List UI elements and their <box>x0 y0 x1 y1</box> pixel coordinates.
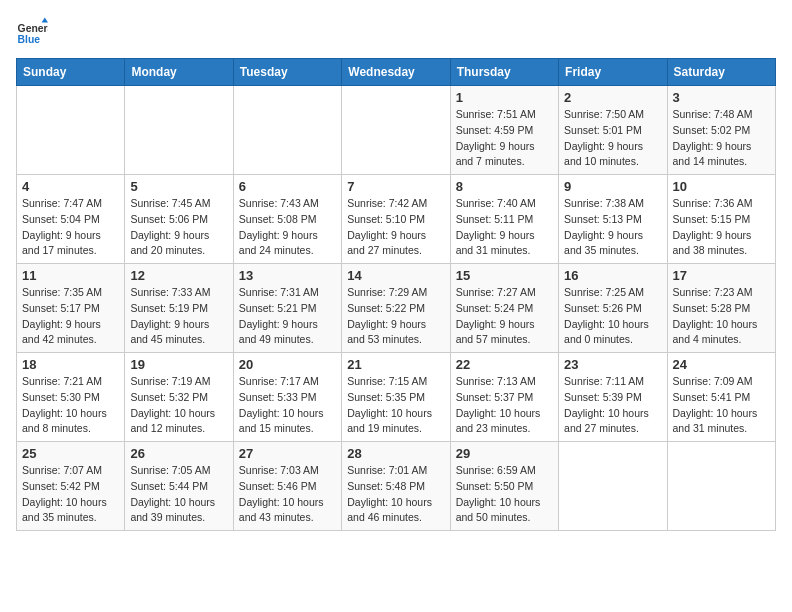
day-info: Sunrise: 7:40 AM Sunset: 5:11 PM Dayligh… <box>456 196 553 259</box>
day-info: Sunrise: 7:51 AM Sunset: 4:59 PM Dayligh… <box>456 107 553 170</box>
day-info: Sunrise: 7:17 AM Sunset: 5:33 PM Dayligh… <box>239 374 336 437</box>
day-number: 1 <box>456 90 553 105</box>
day-info: Sunrise: 7:05 AM Sunset: 5:44 PM Dayligh… <box>130 463 227 526</box>
day-number: 8 <box>456 179 553 194</box>
day-number: 23 <box>564 357 661 372</box>
day-info: Sunrise: 7:48 AM Sunset: 5:02 PM Dayligh… <box>673 107 770 170</box>
calendar-cell: 4Sunrise: 7:47 AM Sunset: 5:04 PM Daylig… <box>17 175 125 264</box>
day-number: 6 <box>239 179 336 194</box>
calendar-cell: 7Sunrise: 7:42 AM Sunset: 5:10 PM Daylig… <box>342 175 450 264</box>
day-number: 27 <box>239 446 336 461</box>
calendar-cell: 21Sunrise: 7:15 AM Sunset: 5:35 PM Dayli… <box>342 353 450 442</box>
calendar-cell: 25Sunrise: 7:07 AM Sunset: 5:42 PM Dayli… <box>17 442 125 531</box>
day-info: Sunrise: 6:59 AM Sunset: 5:50 PM Dayligh… <box>456 463 553 526</box>
day-number: 19 <box>130 357 227 372</box>
calendar-week-row: 4Sunrise: 7:47 AM Sunset: 5:04 PM Daylig… <box>17 175 776 264</box>
calendar-cell: 3Sunrise: 7:48 AM Sunset: 5:02 PM Daylig… <box>667 86 775 175</box>
day-number: 4 <box>22 179 119 194</box>
day-info: Sunrise: 7:21 AM Sunset: 5:30 PM Dayligh… <box>22 374 119 437</box>
day-info: Sunrise: 7:50 AM Sunset: 5:01 PM Dayligh… <box>564 107 661 170</box>
day-number: 25 <box>22 446 119 461</box>
calendar-cell <box>17 86 125 175</box>
logo: General Blue <box>16 16 52 48</box>
calendar-cell <box>342 86 450 175</box>
day-info: Sunrise: 7:31 AM Sunset: 5:21 PM Dayligh… <box>239 285 336 348</box>
weekday-header-wednesday: Wednesday <box>342 59 450 86</box>
calendar-cell: 23Sunrise: 7:11 AM Sunset: 5:39 PM Dayli… <box>559 353 667 442</box>
calendar-cell <box>559 442 667 531</box>
day-number: 16 <box>564 268 661 283</box>
day-info: Sunrise: 7:11 AM Sunset: 5:39 PM Dayligh… <box>564 374 661 437</box>
day-number: 9 <box>564 179 661 194</box>
calendar-cell: 2Sunrise: 7:50 AM Sunset: 5:01 PM Daylig… <box>559 86 667 175</box>
calendar-cell: 12Sunrise: 7:33 AM Sunset: 5:19 PM Dayli… <box>125 264 233 353</box>
calendar-cell: 5Sunrise: 7:45 AM Sunset: 5:06 PM Daylig… <box>125 175 233 264</box>
calendar-cell: 1Sunrise: 7:51 AM Sunset: 4:59 PM Daylig… <box>450 86 558 175</box>
day-info: Sunrise: 7:03 AM Sunset: 5:46 PM Dayligh… <box>239 463 336 526</box>
calendar-week-row: 25Sunrise: 7:07 AM Sunset: 5:42 PM Dayli… <box>17 442 776 531</box>
day-info: Sunrise: 7:27 AM Sunset: 5:24 PM Dayligh… <box>456 285 553 348</box>
day-info: Sunrise: 7:13 AM Sunset: 5:37 PM Dayligh… <box>456 374 553 437</box>
day-info: Sunrise: 7:45 AM Sunset: 5:06 PM Dayligh… <box>130 196 227 259</box>
logo-icon: General Blue <box>16 16 48 48</box>
calendar-cell: 29Sunrise: 6:59 AM Sunset: 5:50 PM Dayli… <box>450 442 558 531</box>
calendar-week-row: 11Sunrise: 7:35 AM Sunset: 5:17 PM Dayli… <box>17 264 776 353</box>
calendar-cell: 27Sunrise: 7:03 AM Sunset: 5:46 PM Dayli… <box>233 442 341 531</box>
weekday-header-saturday: Saturday <box>667 59 775 86</box>
day-number: 14 <box>347 268 444 283</box>
svg-text:Blue: Blue <box>18 34 41 45</box>
calendar-cell: 8Sunrise: 7:40 AM Sunset: 5:11 PM Daylig… <box>450 175 558 264</box>
day-number: 29 <box>456 446 553 461</box>
day-number: 5 <box>130 179 227 194</box>
day-info: Sunrise: 7:15 AM Sunset: 5:35 PM Dayligh… <box>347 374 444 437</box>
day-info: Sunrise: 7:43 AM Sunset: 5:08 PM Dayligh… <box>239 196 336 259</box>
day-info: Sunrise: 7:07 AM Sunset: 5:42 PM Dayligh… <box>22 463 119 526</box>
weekday-header-thursday: Thursday <box>450 59 558 86</box>
weekday-header-row: SundayMondayTuesdayWednesdayThursdayFrid… <box>17 59 776 86</box>
svg-text:General: General <box>18 23 48 34</box>
day-info: Sunrise: 7:33 AM Sunset: 5:19 PM Dayligh… <box>130 285 227 348</box>
day-number: 11 <box>22 268 119 283</box>
day-number: 20 <box>239 357 336 372</box>
weekday-header-monday: Monday <box>125 59 233 86</box>
calendar-cell: 14Sunrise: 7:29 AM Sunset: 5:22 PM Dayli… <box>342 264 450 353</box>
calendar-cell: 15Sunrise: 7:27 AM Sunset: 5:24 PM Dayli… <box>450 264 558 353</box>
calendar-cell: 19Sunrise: 7:19 AM Sunset: 5:32 PM Dayli… <box>125 353 233 442</box>
day-info: Sunrise: 7:36 AM Sunset: 5:15 PM Dayligh… <box>673 196 770 259</box>
day-info: Sunrise: 7:23 AM Sunset: 5:28 PM Dayligh… <box>673 285 770 348</box>
calendar-cell <box>233 86 341 175</box>
day-number: 10 <box>673 179 770 194</box>
day-number: 2 <box>564 90 661 105</box>
calendar-cell <box>667 442 775 531</box>
day-number: 17 <box>673 268 770 283</box>
day-number: 7 <box>347 179 444 194</box>
day-info: Sunrise: 7:35 AM Sunset: 5:17 PM Dayligh… <box>22 285 119 348</box>
calendar-cell: 6Sunrise: 7:43 AM Sunset: 5:08 PM Daylig… <box>233 175 341 264</box>
day-number: 28 <box>347 446 444 461</box>
calendar-week-row: 18Sunrise: 7:21 AM Sunset: 5:30 PM Dayli… <box>17 353 776 442</box>
svg-marker-2 <box>42 18 48 23</box>
day-number: 21 <box>347 357 444 372</box>
day-info: Sunrise: 7:42 AM Sunset: 5:10 PM Dayligh… <box>347 196 444 259</box>
calendar-cell: 28Sunrise: 7:01 AM Sunset: 5:48 PM Dayli… <box>342 442 450 531</box>
day-number: 18 <box>22 357 119 372</box>
weekday-header-tuesday: Tuesday <box>233 59 341 86</box>
day-info: Sunrise: 7:19 AM Sunset: 5:32 PM Dayligh… <box>130 374 227 437</box>
weekday-header-sunday: Sunday <box>17 59 125 86</box>
day-number: 12 <box>130 268 227 283</box>
calendar-cell: 11Sunrise: 7:35 AM Sunset: 5:17 PM Dayli… <box>17 264 125 353</box>
calendar-cell: 17Sunrise: 7:23 AM Sunset: 5:28 PM Dayli… <box>667 264 775 353</box>
calendar-cell: 10Sunrise: 7:36 AM Sunset: 5:15 PM Dayli… <box>667 175 775 264</box>
calendar-cell: 13Sunrise: 7:31 AM Sunset: 5:21 PM Dayli… <box>233 264 341 353</box>
day-info: Sunrise: 7:38 AM Sunset: 5:13 PM Dayligh… <box>564 196 661 259</box>
day-info: Sunrise: 7:01 AM Sunset: 5:48 PM Dayligh… <box>347 463 444 526</box>
calendar-cell: 9Sunrise: 7:38 AM Sunset: 5:13 PM Daylig… <box>559 175 667 264</box>
calendar-cell: 26Sunrise: 7:05 AM Sunset: 5:44 PM Dayli… <box>125 442 233 531</box>
day-number: 15 <box>456 268 553 283</box>
calendar-cell <box>125 86 233 175</box>
day-info: Sunrise: 7:25 AM Sunset: 5:26 PM Dayligh… <box>564 285 661 348</box>
day-info: Sunrise: 7:29 AM Sunset: 5:22 PM Dayligh… <box>347 285 444 348</box>
calendar-cell: 16Sunrise: 7:25 AM Sunset: 5:26 PM Dayli… <box>559 264 667 353</box>
day-number: 26 <box>130 446 227 461</box>
day-number: 13 <box>239 268 336 283</box>
